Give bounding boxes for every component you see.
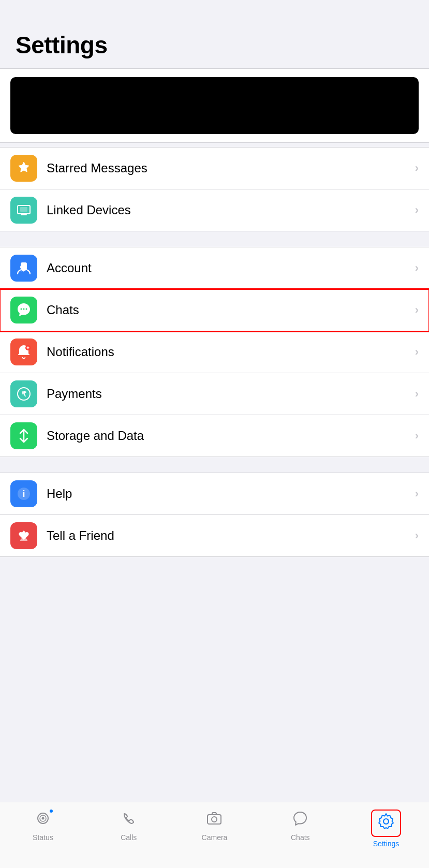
notifications-chevron: ›: [415, 345, 419, 359]
section-group-2: Account › Chats ›: [0, 247, 429, 457]
storage-chevron: ›: [415, 429, 419, 443]
svg-point-17: [41, 817, 44, 820]
settings-row-notifications[interactable]: Notifications ›: [0, 331, 429, 373]
account-icon: [10, 255, 37, 282]
settings-row-account[interactable]: Account ›: [0, 247, 429, 289]
header: Settings: [0, 0, 429, 68]
svg-point-7: [21, 308, 22, 310]
tab-bar: Status Calls Camera: [0, 802, 429, 868]
svg-point-20: [383, 819, 389, 824]
settings-row-storage[interactable]: Storage and Data ›: [0, 415, 429, 457]
payments-chevron: ›: [415, 387, 419, 401]
help-chevron: ›: [415, 487, 419, 501]
svg-point-9: [26, 308, 27, 310]
help-label: Help: [47, 487, 415, 501]
payments-icon: ₹: [10, 380, 37, 407]
page-wrapper: Settings Starred Messages ›: [0, 0, 429, 868]
settings-tab-box: [371, 810, 401, 837]
starred-messages-icon: [10, 155, 37, 182]
profile-card[interactable]: [0, 68, 429, 143]
section-group-1: Starred Messages › Linked Devices ›: [0, 147, 429, 231]
svg-point-19: [212, 817, 217, 822]
status-tab-icon: [34, 810, 52, 831]
chats-chevron: ›: [415, 303, 419, 317]
chats-label: Chats: [47, 303, 415, 317]
tab-item-chats[interactable]: Chats: [257, 810, 343, 842]
notifications-icon: [10, 339, 37, 365]
settings-tab-label: Settings: [373, 840, 400, 848]
tell-a-friend-label: Tell a Friend: [47, 528, 415, 543]
svg-text:i: i: [22, 489, 25, 499]
payments-label: Payments: [47, 387, 415, 401]
camera-tab-icon: [205, 810, 223, 831]
settings-row-starred-messages[interactable]: Starred Messages ›: [0, 148, 429, 189]
settings-row-payments[interactable]: ₹ Payments ›: [0, 373, 429, 415]
svg-point-8: [23, 308, 25, 310]
chats-icon: [10, 297, 37, 323]
tab-item-camera[interactable]: Camera: [172, 810, 258, 842]
storage-icon: [10, 422, 37, 449]
page-title: Settings: [16, 31, 413, 59]
status-tab-label: Status: [33, 833, 53, 842]
starred-messages-label: Starred Messages: [47, 161, 415, 175]
main-content: Settings Starred Messages ›: [0, 0, 429, 645]
account-label: Account: [47, 261, 415, 275]
starred-messages-chevron: ›: [415, 161, 419, 175]
tell-a-friend-chevron: ›: [415, 529, 419, 542]
notifications-label: Notifications: [47, 345, 415, 359]
settings-row-linked-devices[interactable]: Linked Devices ›: [0, 189, 429, 231]
camera-tab-label: Camera: [202, 833, 228, 842]
status-dot: [49, 808, 54, 814]
tab-item-calls[interactable]: Calls: [86, 810, 172, 842]
calls-tab-icon: [120, 810, 138, 831]
settings-row-tell-a-friend[interactable]: Tell a Friend ›: [0, 515, 429, 556]
settings-row-help[interactable]: i Help ›: [0, 473, 429, 515]
account-chevron: ›: [415, 261, 419, 275]
settings-tab-icon: [376, 812, 396, 835]
tab-item-status[interactable]: Status: [0, 810, 86, 842]
chats-tab-label: Chats: [291, 833, 310, 842]
svg-rect-1: [20, 207, 27, 212]
section-group-3: i Help ›: [0, 473, 429, 557]
help-icon: i: [10, 480, 37, 507]
tell-a-friend-icon: [10, 522, 37, 549]
storage-label: Storage and Data: [47, 429, 415, 443]
svg-rect-18: [208, 815, 221, 824]
svg-text:₹: ₹: [22, 390, 26, 398]
calls-tab-label: Calls: [121, 833, 137, 842]
linked-devices-label: Linked Devices: [47, 203, 415, 217]
linked-devices-icon: [10, 197, 37, 224]
settings-row-chats[interactable]: Chats ›: [0, 289, 429, 331]
linked-devices-chevron: ›: [415, 203, 419, 217]
tab-item-settings[interactable]: Settings: [343, 810, 429, 848]
chats-tab-icon: [291, 810, 309, 831]
profile-redacted: [10, 77, 419, 134]
